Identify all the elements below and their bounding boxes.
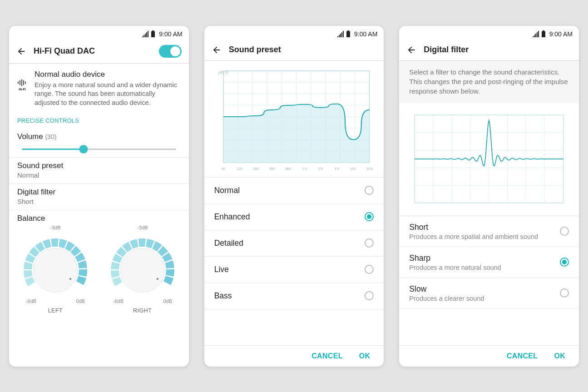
svg-text:2 K: 2 K	[318, 167, 323, 170]
filter-info: Select a filter to change the sound char…	[399, 61, 579, 103]
battery-icon	[541, 30, 546, 38]
preset-option-live[interactable]: Live	[204, 257, 384, 283]
knob-left-svg	[19, 231, 92, 304]
back-icon[interactable]	[16, 46, 26, 56]
svg-point-9	[35, 249, 76, 291]
ok-button[interactable]: OK	[359, 352, 371, 360]
svg-text:Hi-Fi: Hi-Fi	[19, 88, 26, 91]
status-bar: 9:00 AM	[9, 26, 189, 40]
filter-option-slow[interactable]: Slow Produces a clearer sound	[399, 278, 579, 309]
svg-point-12	[122, 249, 163, 291]
preset-option-normal[interactable]: Normal	[204, 178, 384, 204]
cancel-button[interactable]: CANCEL	[311, 352, 342, 360]
volume-value: (30)	[45, 133, 56, 140]
svg-text:1 K: 1 K	[302, 167, 307, 170]
svg-rect-1	[152, 30, 154, 31]
dac-toggle[interactable]	[159, 45, 182, 58]
radio-icon	[365, 291, 374, 300]
svg-rect-49	[543, 30, 544, 31]
radio-icon	[365, 186, 374, 195]
balance-label: Balance	[17, 214, 181, 223]
svg-point-10	[69, 278, 71, 280]
back-icon[interactable]	[406, 45, 416, 55]
balance-knob-right[interactable]: -3dB -6dB 0dB RIGHT	[106, 225, 179, 314]
signal-icon	[337, 31, 344, 37]
sound-preset-label: Sound preset	[17, 161, 181, 170]
signal-icon	[532, 31, 539, 37]
balance-knobs: -3dB -6dB 0dB LEFT -3dB -6dB 0dB RIGHT	[9, 223, 189, 314]
volume-label: Volume	[17, 132, 43, 141]
app-bar: Sound preset	[204, 40, 384, 61]
dialog-actions: CANCEL OK	[204, 345, 384, 367]
status-time: 9:00 AM	[549, 30, 573, 38]
svg-text:20 k: 20 k	[366, 167, 373, 170]
impulse-chart	[412, 112, 566, 208]
volume-row[interactable]: Volume (30)	[9, 129, 189, 158]
screen-digital-filter: 9:00 AM Digital filter Select a filter t…	[399, 26, 579, 367]
eq-graph: 601252005008001 K2 K4 K10 k20 k(dB) 10	[204, 61, 384, 178]
page-title: Digital filter	[424, 45, 572, 55]
preset-option-bass[interactable]: Bass	[204, 283, 384, 309]
page-title: Sound preset	[229, 45, 377, 55]
svg-rect-48	[542, 31, 545, 37]
screen-sound-preset: 9:00 AM Sound preset 601252005008001 K2 …	[204, 26, 384, 367]
status-time: 9:00 AM	[159, 30, 182, 38]
svg-text:800: 800	[286, 167, 291, 170]
digital-filter-row[interactable]: Digital filter Short	[9, 184, 189, 210]
ok-button[interactable]: OK	[554, 352, 565, 360]
svg-rect-0	[151, 31, 155, 37]
screen-hifi-dac: 9:00 AM Hi-Fi Quad DAC Hi-Fi	[9, 26, 189, 367]
status-time: 9:00 AM	[354, 30, 377, 38]
app-bar: Hi-Fi Quad DAC	[9, 40, 189, 64]
svg-text:10 k: 10 k	[350, 167, 356, 170]
filter-list: Short Produces a more spatial and ambien…	[399, 216, 579, 345]
filter-option-short[interactable]: Short Produces a more spatial and ambien…	[399, 216, 579, 247]
battery-icon	[346, 30, 351, 38]
signal-icon	[142, 31, 149, 37]
svg-text:4 K: 4 K	[335, 167, 340, 170]
svg-text:200: 200	[253, 167, 258, 170]
radio-icon	[365, 265, 374, 274]
svg-text:(dB) 10: (dB) 10	[218, 71, 228, 74]
device-title: Normal audio device	[35, 70, 181, 79]
eq-chart: 601252005008001 K2 K4 K10 k20 k(dB) 10	[215, 67, 373, 172]
section-precise-controls: PRECISE CONTROLS	[9, 114, 189, 129]
battery-icon	[151, 30, 155, 38]
radio-icon	[560, 227, 569, 236]
device-info: Hi-Fi Normal audio device Enjoy a more n…	[9, 64, 189, 114]
svg-rect-15	[347, 30, 349, 31]
digital-filter-label: Digital filter	[17, 188, 181, 197]
status-bar: 9:00 AM	[204, 26, 384, 40]
volume-slider[interactable]	[22, 149, 176, 150]
status-bar: 9:00 AM	[399, 26, 579, 40]
svg-point-13	[156, 278, 158, 280]
svg-text:500: 500	[269, 167, 275, 170]
svg-text:60: 60	[222, 167, 225, 170]
page-title: Hi-Fi Quad DAC	[34, 46, 152, 56]
radio-icon	[560, 288, 569, 298]
preset-option-detailed[interactable]: Detailed	[204, 230, 384, 257]
radio-icon	[365, 212, 374, 221]
back-icon[interactable]	[212, 45, 222, 55]
sound-preset-row[interactable]: Sound preset Normal	[9, 158, 189, 184]
preset-list: Normal Enhanced Detailed Live Bass	[204, 178, 384, 345]
radio-icon	[560, 258, 569, 267]
svg-rect-14	[346, 31, 350, 37]
dialog-actions: CANCEL OK	[399, 345, 579, 367]
sound-preset-value: Normal	[17, 171, 181, 179]
svg-text:125: 125	[237, 167, 242, 170]
cancel-button[interactable]: CANCEL	[507, 352, 538, 360]
filter-option-sharp[interactable]: Sharp Produces a more natural sound	[399, 247, 579, 278]
impulse-graph	[399, 103, 579, 216]
digital-filter-value: Short	[17, 198, 181, 205]
preset-option-enhanced[interactable]: Enhanced	[204, 204, 384, 230]
device-desc: Enjoy a more natural sound and a wider d…	[35, 81, 181, 108]
radio-icon	[365, 238, 374, 248]
app-bar: Digital filter	[399, 40, 579, 61]
balance-knob-left[interactable]: -3dB -6dB 0dB LEFT	[19, 225, 92, 314]
knob-right-svg	[106, 231, 179, 304]
hifi-icon: Hi-Fi	[17, 79, 27, 93]
